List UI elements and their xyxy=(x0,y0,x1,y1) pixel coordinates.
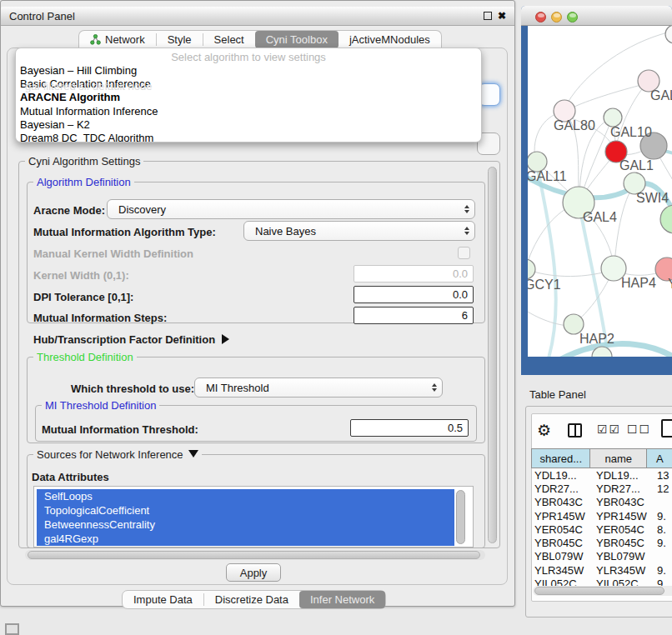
table-cell: 9. xyxy=(651,510,672,522)
mi-steps-label: Mutual Information Steps: xyxy=(33,312,167,324)
select-all-checkboxes-icon[interactable]: ☑☑ xyxy=(597,422,621,436)
mi-threshold-label: Mutual Information Threshold: xyxy=(42,423,198,436)
network-node-gal10[interactable] xyxy=(604,108,622,127)
table-row[interactable]: YDR27...YDR27...12 xyxy=(531,482,672,495)
combo-arrows-icon xyxy=(464,227,469,235)
tab-jactivemnodules[interactable]: jActiveMNodules xyxy=(339,31,441,48)
attribute-list-item[interactable]: gal4RGexp xyxy=(37,532,454,546)
combo-arrows-icon xyxy=(464,205,469,213)
cyni-mode-tab-bar: Impute DataDiscretize DataInfer Network xyxy=(122,590,386,609)
attribute-list-item[interactable]: TopologicalCoefficient xyxy=(37,503,454,518)
table-row[interactable]: YBL079WYBL079W xyxy=(531,550,672,563)
table-cell: 9. xyxy=(651,564,672,577)
control-panel-titlebar: Control Panel ✖ xyxy=(1,7,514,26)
algorithm-option[interactable]: Bayesian – Hill Climbing xyxy=(16,64,481,78)
network-node-label: HAP2 xyxy=(579,332,614,346)
algorithm-option[interactable]: Dream8 DC_TDC Algorithm xyxy=(16,132,481,142)
column-layout-icon[interactable] xyxy=(568,423,582,438)
algorithm-option[interactable]: Basic Correlation Inference xyxy=(16,78,481,91)
table-row[interactable]: YPR145WYPR145W9. xyxy=(531,509,672,522)
which-threshold-combo[interactable]: MI Threshold xyxy=(194,378,443,398)
tab-discretize-data[interactable]: Discretize Data xyxy=(204,591,299,608)
apply-button[interactable]: Apply xyxy=(226,563,281,582)
table-cell: YDL19... xyxy=(593,469,651,482)
network-node-label: GAL xyxy=(650,88,672,102)
gear-icon[interactable]: ⚙ xyxy=(537,421,551,440)
float-window-icon[interactable] xyxy=(484,12,492,20)
aracne-mode-combo[interactable]: Discovery xyxy=(107,199,475,219)
attributes-list-scrollbar-thumb[interactable] xyxy=(456,490,465,544)
minimized-panel-icon[interactable] xyxy=(5,623,19,635)
tab-cyni-toolbox[interactable]: Cyni Toolbox xyxy=(255,31,339,48)
mi-threshold-field[interactable] xyxy=(350,419,469,437)
network-node-gcy1[interactable] xyxy=(528,259,535,279)
column-header-partial[interactable]: A xyxy=(647,448,672,468)
tab-label: Network xyxy=(105,33,145,46)
algorithm-option[interactable]: Bayesian – K2 xyxy=(16,118,481,132)
table-cell: 9. xyxy=(651,537,672,549)
combo-arrows-icon xyxy=(432,383,437,392)
table-cell: YBR045C xyxy=(531,537,593,549)
sources-legend[interactable]: Sources for Network Inference xyxy=(33,448,202,461)
table-cell: YPR145W xyxy=(531,510,593,522)
control-panel-title: Control Panel xyxy=(9,10,75,22)
control-panel-tab-bar: NetworkStyleSelectCyni ToolboxjActiveMNo… xyxy=(78,30,442,48)
tab-style[interactable]: Style xyxy=(157,31,203,48)
network-node-label: GCY1 xyxy=(528,278,561,292)
column-header-name[interactable]: name xyxy=(590,448,647,468)
hub-definition-toggle[interactable]: Hub/Transcription Factor Definition xyxy=(33,333,229,346)
attribute-list-item[interactable]: BetweennessCentrality xyxy=(37,518,454,532)
network-node-label: GAL4 xyxy=(583,210,617,224)
network-node-label: GAL80 xyxy=(554,118,595,132)
table-cell: YBR043C xyxy=(593,496,651,508)
mi-algorithm-type-combo[interactable]: Naive Bayes xyxy=(243,221,475,241)
close-traffic-light-icon[interactable] xyxy=(535,12,546,22)
kernel-width-label: Kernel Width (0,1): xyxy=(33,269,129,282)
network-window-titlebar[interactable] xyxy=(521,6,672,26)
tab-select[interactable]: Select xyxy=(203,31,255,48)
algorithm-dropdown-list: Select algorithm to view settings Bayesi… xyxy=(15,48,482,142)
table-row[interactable]: YIL052CYIL052C9 xyxy=(531,577,672,586)
close-icon[interactable]: ✖ xyxy=(498,12,506,20)
tab-label: Infer Network xyxy=(310,593,374,606)
dpi-tolerance-field[interactable] xyxy=(354,286,474,303)
table-cell: YLR345W xyxy=(531,564,593,577)
tab-network[interactable]: Network xyxy=(79,31,156,48)
tab-label: Impute Data xyxy=(133,593,193,606)
algorithm-option[interactable]: ARACNE Algorithm xyxy=(16,91,481,104)
tab-infer-network[interactable]: Infer Network xyxy=(299,591,385,608)
table-body[interactable]: YDL19...YDL19...13YDR27...YDR27...12YBR0… xyxy=(531,468,672,586)
algorithm-dropdown-hint: Select algorithm to view settings xyxy=(16,48,481,64)
minimize-traffic-light-icon[interactable] xyxy=(551,12,562,22)
attribute-list-item[interactable]: SelfLoops xyxy=(37,489,454,503)
mi-steps-field[interactable] xyxy=(354,307,474,324)
table-row[interactable]: YBR045CYBR045C9. xyxy=(531,536,672,549)
manual-kernel-width-checkbox[interactable] xyxy=(458,247,470,259)
table-horizontal-scrollbar-thumb[interactable] xyxy=(534,587,664,595)
network-canvas[interactable]: GALGAL80GAL10GAL1GAL11SWI4GAL4GCY1HAP4YH… xyxy=(528,26,672,357)
data-attributes-list[interactable]: SelfLoopsTopologicalCoefficientBetweenne… xyxy=(33,486,474,548)
table-row[interactable]: YDL19...YDL19...13 xyxy=(531,468,672,482)
network-node-label: GAL11 xyxy=(528,169,567,183)
cyni-algorithm-settings-legend: Cyni Algorithm Settings xyxy=(25,155,143,168)
table-panel-title: Table Panel xyxy=(529,388,586,401)
aracne-mode-value: Discovery xyxy=(118,203,464,216)
manual-kernel-width-label: Manual Kernel Width Definition xyxy=(33,248,193,260)
mi-algorithm-type-label: Mutual Information Algorithm Type: xyxy=(33,226,216,238)
algorithm-option[interactable]: Mutual Information Inference xyxy=(16,105,481,118)
network-node-label: GAL10 xyxy=(610,125,652,139)
table-row[interactable]: YER054CYER054C8. xyxy=(531,522,672,536)
zoom-traffic-light-icon[interactable] xyxy=(567,12,578,22)
column-header-shared-name[interactable]: shared... xyxy=(531,448,590,468)
tab-impute-data[interactable]: Impute Data xyxy=(123,591,203,608)
settings-horizontal-scrollbar-thumb[interactable] xyxy=(28,551,480,559)
export-table-icon[interactable] xyxy=(661,419,672,438)
which-threshold-label: Which threshold to use: xyxy=(71,382,194,395)
network-node[interactable] xyxy=(665,26,672,43)
network-node[interactable] xyxy=(660,205,672,233)
table-cell: YBL079W xyxy=(593,550,651,562)
deselect-all-checkboxes-icon[interactable]: ☐☐ xyxy=(627,422,651,436)
settings-vertical-scrollbar-thumb[interactable] xyxy=(488,167,497,543)
table-row[interactable]: YBR043CYBR043C xyxy=(531,496,672,509)
table-row[interactable]: YLR345WYLR345W9. xyxy=(531,563,672,577)
